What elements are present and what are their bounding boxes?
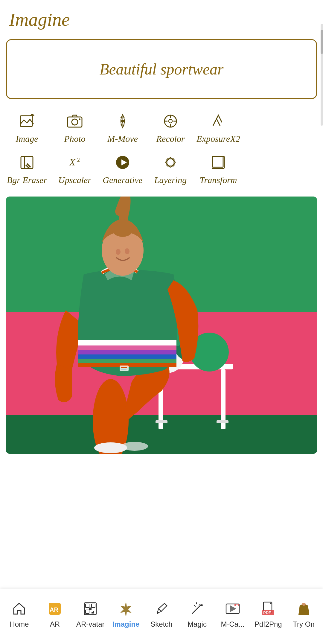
transform-label: Transform	[199, 175, 237, 185]
prompt-input-area[interactable]: Beautiful sportwear	[6, 39, 317, 99]
svg-line-62	[199, 605, 200, 605]
tool-exposurex2[interactable]: ExposureX2	[194, 111, 242, 146]
tool-image[interactable]: Image	[3, 111, 51, 146]
nav-ar-vatar-label: AR-vatar	[76, 620, 105, 628]
nav-ar-label: AR	[50, 620, 60, 628]
svg-rect-56	[86, 610, 89, 613]
svg-point-43	[112, 222, 133, 237]
ar-vatar-icon	[83, 602, 97, 618]
scroll-thumb	[321, 30, 323, 54]
exposurex2-label: ExposureX2	[196, 134, 240, 144]
model-illustration	[6, 197, 317, 454]
nav-m-ca-label: M-Ca...	[221, 620, 244, 628]
imagine-icon	[119, 602, 133, 618]
pdf2png-icon: PDF	[261, 602, 275, 618]
tool-bgr-eraser[interactable]: Bgr Eraser	[3, 152, 51, 188]
svg-rect-37	[78, 345, 176, 350]
app-header: Imagine	[0, 0, 323, 33]
tools-row-2: Bgr Eraser X 2 Upscaler Generative	[3, 149, 320, 191]
magic-icon	[190, 602, 204, 618]
nav-pdf2png[interactable]: PDF Pdf2Png	[250, 600, 286, 630]
prompt-text: Beautiful sportwear	[100, 60, 224, 78]
layering-icon	[163, 155, 178, 173]
nav-ar-vatar[interactable]: AR-vatar	[73, 600, 108, 630]
svg-point-6	[169, 119, 172, 123]
ar-icon: AR	[48, 602, 62, 618]
svg-line-60	[192, 605, 201, 613]
try-on-icon	[297, 602, 311, 618]
home-icon	[12, 602, 26, 618]
svg-line-63	[194, 605, 195, 606]
tool-photo[interactable]: Photo	[51, 111, 99, 146]
sketch-icon	[154, 602, 169, 618]
m-ca-icon	[226, 602, 240, 618]
svg-rect-0	[20, 116, 32, 127]
image-icon	[19, 113, 35, 131]
image-label: Image	[16, 134, 38, 144]
photo-icon	[67, 113, 83, 131]
nav-imagine[interactable]: Imagine	[108, 600, 144, 630]
svg-point-71	[302, 603, 306, 606]
tool-layering[interactable]: Layering	[147, 152, 194, 188]
nav-try-on-label: Try On	[293, 620, 314, 628]
svg-text:AR: AR	[50, 606, 58, 613]
nav-home[interactable]: Home	[1, 600, 37, 630]
nav-ar[interactable]: AR AR	[37, 600, 73, 630]
svg-rect-55	[92, 604, 95, 608]
tool-transform[interactable]: Transform	[194, 152, 242, 188]
tool-recolor[interactable]: Recolor	[147, 111, 194, 146]
nav-sketch[interactable]: Sketch	[144, 600, 179, 630]
tools-section: Image Photo M-Move	[0, 102, 323, 194]
nav-magic-label: Magic	[188, 620, 207, 628]
svg-point-44	[116, 249, 121, 255]
nav-sketch-label: Sketch	[150, 620, 172, 628]
nav-try-on[interactable]: Try On	[286, 600, 322, 630]
svg-text:PDF: PDF	[263, 610, 271, 615]
svg-rect-59	[92, 612, 94, 613]
svg-rect-40	[78, 359, 176, 363]
recolor-label: Recolor	[156, 134, 185, 144]
nav-magic[interactable]: Magic	[179, 600, 215, 630]
transform-icon	[211, 155, 226, 173]
upscaler-icon: X 2	[67, 155, 83, 173]
bgr-eraser-icon	[19, 155, 35, 173]
exposurex2-icon	[211, 113, 226, 131]
nav-home-label: Home	[10, 620, 29, 628]
m-move-icon	[115, 113, 130, 131]
recolor-icon	[163, 113, 178, 131]
scrollbar[interactable]	[321, 24, 323, 126]
nav-imagine-label: Imagine	[112, 620, 140, 628]
svg-rect-22	[212, 156, 223, 167]
svg-text:X: X	[69, 157, 76, 168]
svg-rect-36	[78, 340, 176, 345]
svg-rect-30	[217, 420, 228, 423]
bottom-nav: Home AR AR AR-vatar	[0, 589, 323, 644]
app-title: Imagine	[9, 9, 314, 30]
tool-m-move[interactable]: M-Move	[99, 111, 147, 146]
tool-generative[interactable]: Generative	[99, 152, 147, 188]
nav-m-ca[interactable]: M-Ca...	[215, 600, 250, 630]
svg-point-2	[72, 119, 78, 125]
svg-rect-29	[156, 420, 167, 423]
svg-text:2: 2	[77, 157, 80, 163]
main-image	[6, 197, 317, 454]
tool-upscaler[interactable]: X 2 Upscaler	[51, 152, 99, 188]
svg-point-50	[121, 442, 148, 451]
svg-rect-46	[120, 366, 129, 371]
svg-rect-38	[78, 350, 176, 354]
photo-label: Photo	[64, 134, 86, 144]
svg-point-45	[125, 248, 129, 254]
m-move-label: M-Move	[107, 134, 138, 144]
svg-rect-67	[236, 605, 238, 606]
tools-row-1: Image Photo M-Move	[3, 108, 320, 149]
svg-rect-1	[68, 117, 82, 127]
svg-rect-39	[78, 354, 176, 359]
svg-point-3	[79, 118, 80, 120]
upscaler-label: Upscaler	[58, 175, 91, 185]
svg-rect-57	[89, 608, 92, 610]
generative-icon	[115, 155, 130, 173]
bgr-eraser-label: Bgr Eraser	[7, 175, 47, 185]
nav-pdf2png-label: Pdf2Png	[255, 620, 282, 628]
svg-rect-54	[86, 604, 89, 608]
layering-label: Layering	[154, 175, 187, 185]
